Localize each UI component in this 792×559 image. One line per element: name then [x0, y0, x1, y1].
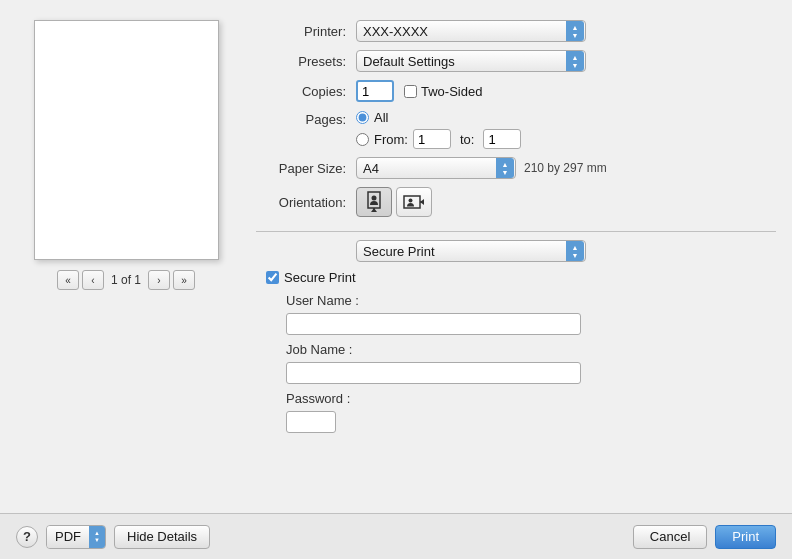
- divider: [256, 231, 776, 232]
- print-dialog: « ‹ 1 of 1 › » Printer: XXX-XXXX: [0, 0, 792, 559]
- password-label: Password :: [286, 391, 776, 406]
- paper-size-select-wrapper: A4: [356, 157, 516, 179]
- all-pages-text: All: [374, 110, 388, 125]
- presets-select[interactable]: Default Settings: [356, 50, 586, 72]
- page-preview: [34, 20, 219, 260]
- job-name-label: Job Name :: [286, 342, 776, 357]
- portrait-icon: [364, 191, 384, 213]
- presets-select-wrapper: Default Settings: [356, 50, 586, 72]
- secure-print-checkbox-row: Secure Print: [266, 270, 776, 285]
- printer-label: Printer:: [256, 24, 356, 39]
- next-page-button[interactable]: ›: [148, 270, 170, 290]
- from-pages-text: From:: [374, 132, 408, 147]
- password-input[interactable]: [286, 411, 336, 433]
- help-button[interactable]: ?: [16, 526, 38, 548]
- cancel-button[interactable]: Cancel: [633, 525, 707, 549]
- pages-radio-group: All From: to:: [356, 110, 521, 149]
- prev-page-button[interactable]: ‹: [82, 270, 104, 290]
- printer-select-wrapper: XXX-XXXX: [356, 20, 586, 42]
- settings-panel: Printer: XXX-XXXX Presets: Default Setti…: [256, 20, 776, 503]
- secure-print-checkbox[interactable]: [266, 271, 279, 284]
- copies-label: Copies:: [256, 84, 356, 99]
- presets-row: Presets: Default Settings: [256, 50, 776, 72]
- pages-row: Pages: All From: to:: [256, 110, 776, 149]
- paper-size-row: Paper Size: A4 210 by 297 mm: [256, 157, 776, 179]
- page-navigation: « ‹ 1 of 1 › »: [57, 270, 195, 290]
- two-sided-label[interactable]: Two-Sided: [404, 84, 482, 99]
- preview-panel: « ‹ 1 of 1 › »: [16, 20, 236, 503]
- portrait-button[interactable]: [356, 187, 392, 217]
- pdf-dropdown-arrow[interactable]: ▲ ▼: [89, 526, 105, 548]
- orientation-row: Orientation:: [256, 187, 776, 217]
- bottom-bar: ? PDF ▲ ▼ Hide Details Cancel Print: [0, 513, 792, 559]
- presets-label: Presets:: [256, 54, 356, 69]
- pdf-button-group: PDF ▲ ▼: [46, 525, 106, 549]
- orientation-label: Orientation:: [256, 195, 356, 210]
- feature-row: Secure Print: [256, 240, 776, 262]
- user-name-label: User Name :: [286, 293, 776, 308]
- landscape-icon: [403, 192, 425, 212]
- copies-row: Copies: Two-Sided: [256, 80, 776, 102]
- paper-size-select[interactable]: A4: [356, 157, 516, 179]
- paper-dimensions: 210 by 297 mm: [524, 161, 607, 175]
- all-pages-radio[interactable]: [356, 111, 369, 124]
- print-button[interactable]: Print: [715, 525, 776, 549]
- two-sided-text: Two-Sided: [421, 84, 482, 99]
- printer-select[interactable]: XXX-XXXX: [356, 20, 586, 42]
- from-row: From: to:: [356, 129, 521, 149]
- job-name-input[interactable]: [286, 362, 581, 384]
- secure-print-fields: User Name : Job Name : Password :: [266, 291, 776, 433]
- feature-select[interactable]: Secure Print: [356, 240, 586, 262]
- pages-label: Pages:: [256, 110, 356, 127]
- to-page-input[interactable]: [483, 129, 521, 149]
- from-page-input[interactable]: [413, 129, 451, 149]
- from-pages-radio[interactable]: [356, 133, 369, 146]
- pdf-down-arrow: ▼: [94, 537, 100, 543]
- printer-row: Printer: XXX-XXXX: [256, 20, 776, 42]
- to-label: to:: [460, 132, 474, 147]
- paper-size-label: Paper Size:: [256, 161, 356, 176]
- pdf-up-arrow: ▲: [94, 530, 100, 536]
- from-pages-label[interactable]: From:: [356, 132, 408, 147]
- secure-print-label: Secure Print: [284, 270, 356, 285]
- secure-print-section: Secure Print User Name : Job Name : Pass…: [256, 270, 776, 433]
- hide-details-button[interactable]: Hide Details: [114, 525, 210, 549]
- page-indicator: 1 of 1: [107, 273, 145, 287]
- svg-point-7: [409, 199, 413, 203]
- user-name-input[interactable]: [286, 313, 581, 335]
- svg-point-3: [372, 196, 377, 201]
- copies-input[interactable]: [356, 80, 394, 102]
- pdf-button[interactable]: PDF: [47, 526, 89, 548]
- first-page-button[interactable]: «: [57, 270, 79, 290]
- feature-select-wrapper: Secure Print: [356, 240, 586, 262]
- last-page-button[interactable]: »: [173, 270, 195, 290]
- two-sided-checkbox[interactable]: [404, 85, 417, 98]
- landscape-button[interactable]: [396, 187, 432, 217]
- all-pages-label[interactable]: All: [356, 110, 521, 125]
